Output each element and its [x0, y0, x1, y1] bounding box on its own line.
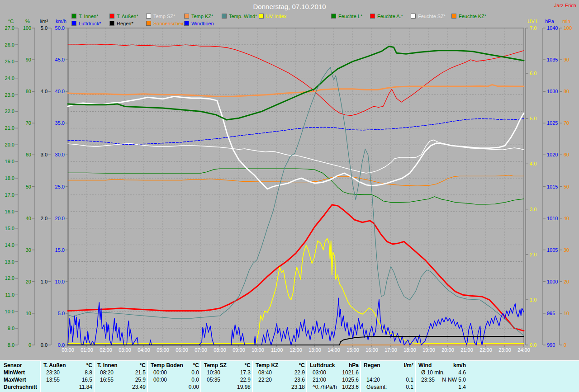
table-cell: 08:40 — [258, 370, 272, 376]
axis-tick-label: 0.0 — [530, 342, 536, 348]
axis-tick-label: 80 — [26, 89, 31, 94]
axis-tick-label: 20.0 — [55, 216, 65, 221]
axis-tick-label: 60 — [26, 152, 31, 157]
table-group-luftdruck: LuftdruckhPa03:001021.621:001025.6^0.7hP… — [306, 361, 361, 392]
table-cell: 22:20 — [258, 377, 272, 383]
table-cell: 1025.6 — [342, 377, 359, 383]
x-tick-label: 05:00 — [157, 347, 169, 353]
axis-tick-label: 0 — [564, 342, 566, 348]
axis-tick-label: 90 — [26, 57, 31, 62]
axis-tick-label: 13.0 — [5, 259, 14, 264]
table-cell: Ø 10 min. — [421, 370, 445, 376]
x-tick-label: 11:00 — [271, 347, 283, 353]
axis-unit-label: % — [25, 19, 30, 24]
axis-unit-label: km/h — [56, 19, 66, 24]
table-cell: Wind — [418, 363, 432, 368]
axis-tick-label: 2.0 — [530, 252, 536, 257]
axis-tick-label: 24.0 — [5, 76, 14, 81]
table-cell: 1.4 — [458, 384, 466, 390]
axis-tick-label: 10 — [564, 311, 569, 316]
axis-tick-label: 50 — [26, 184, 31, 189]
axis-tick-label: 2.0 — [41, 216, 47, 221]
axis-unit-label: l/m² — [40, 19, 48, 24]
table-cell: 0.0 — [191, 377, 199, 383]
table-cell: 11.84 — [79, 384, 92, 390]
axis-tick-label: 20 — [564, 279, 569, 284]
x-tick-label: 15:00 — [346, 347, 359, 353]
axis-tick-label: 23.0 — [5, 92, 14, 98]
axis-tick-label: 0.0 — [41, 342, 47, 348]
axis-tick-label: 12.0 — [5, 275, 14, 281]
axis-tick-label: 8.0 — [8, 342, 14, 348]
axis-tick-label: 1035 — [547, 57, 558, 62]
table-cell: 22.9 — [240, 377, 251, 383]
table-cell: N-NW 5.0 — [442, 377, 466, 383]
table-cell: Temp Boden — [151, 363, 183, 368]
axis-tick-label: 0 — [28, 342, 31, 348]
axis-tick-label: 40.0 — [55, 89, 65, 94]
x-tick-label: 23:00 — [498, 347, 511, 353]
table-cell: 23.49 — [132, 384, 146, 390]
x-tick-label: 24:00 — [517, 347, 530, 353]
table-cell: Regen — [364, 363, 380, 368]
table-group-regen: Regenl/m²14:200.1Gesamt:0.1 — [360, 361, 416, 392]
x-tick-label: 07:00 — [195, 347, 207, 353]
table-cell: Temp SZ — [204, 363, 227, 368]
table-cell: 1021.6 — [342, 370, 359, 376]
axis-tick-label: 20 — [26, 279, 31, 284]
table-cell: 21.5 — [135, 370, 146, 376]
axis-tick-label: 40 — [564, 216, 569, 221]
axis-tick-label: 15.0 — [55, 247, 65, 253]
table-cell: 00:00 — [153, 377, 167, 383]
table-group-temp-sz: Temp SZ°C10:3017.305:3522.919.98 — [200, 361, 253, 392]
table-cell: 17.3 — [240, 370, 251, 376]
table-cell: 10:30 — [207, 370, 220, 376]
axis-tick-label: 4.0 — [530, 161, 536, 166]
table-cell: hPa — [349, 363, 359, 368]
table-row-label: Durchschnitt — [4, 384, 37, 390]
axis-tick-label: 90 — [564, 57, 569, 62]
table-cell: 16:55 — [100, 377, 114, 383]
table-cell: °C — [140, 363, 146, 368]
table-cell: 13:55 — [46, 377, 60, 383]
table-cell: 19.98 — [237, 384, 251, 390]
table-cell: 05:35 — [207, 377, 220, 383]
axis-tick-label: 20.0 — [5, 142, 14, 147]
axis-tick-label: 10.0 — [55, 279, 65, 284]
axis-tick-label: 100 — [23, 25, 31, 31]
x-tick-label: 00:00 — [62, 347, 74, 353]
table-cell: 08:20 — [100, 370, 114, 376]
axis-tick-label: 21.0 — [5, 125, 14, 131]
axis-tick-label: 1030 — [547, 89, 558, 94]
table-cell: °C — [193, 363, 199, 368]
table-cell: 0.1 — [406, 377, 413, 383]
axis-tick-label: 18.0 — [5, 175, 14, 181]
table-cell: Gesamt: — [366, 384, 387, 390]
axis-tick-label: 5.0 — [41, 25, 47, 31]
table-cell: 0.1 — [406, 384, 413, 390]
axis-tick-label: 80 — [564, 89, 569, 94]
table-row-label: MinWert — [4, 370, 25, 376]
x-tick-label: 03:00 — [119, 347, 131, 353]
axis-tick-label: 3.0 — [41, 152, 47, 157]
axis-tick-label: 1010 — [547, 216, 558, 221]
axis-tick-label: 11.0 — [5, 292, 14, 298]
axis-tick-label: 1.0 — [41, 279, 47, 284]
axis-tick-label: 995 — [547, 311, 555, 316]
x-tick-label: 06:00 — [176, 347, 188, 353]
axis-tick-label: 10.0 — [5, 309, 14, 314]
table-cell: 23:30 — [46, 370, 60, 376]
table-cell: ^0.7hPa/h — [313, 384, 337, 390]
table-cell: 4.6 — [458, 370, 466, 376]
x-tick-label: 10:00 — [252, 347, 264, 353]
axis-tick-label: 16.0 — [5, 209, 14, 214]
axis-tick-label: 4.0 — [41, 89, 47, 94]
x-tick-label: 08:00 — [214, 347, 226, 353]
x-tick-label: 18:00 — [403, 347, 416, 353]
axis-tick-label: 30 — [564, 247, 569, 253]
axis-tick-label: 100 — [564, 25, 572, 31]
axis-tick-label: 5.0 — [58, 311, 65, 316]
table-cell: Luftdruck — [310, 363, 335, 368]
table-group-wind: Windkm/hØ 10 min.4.623:35N-NW 5.01.4 — [415, 361, 468, 392]
axis-tick-label: 1.0 — [530, 297, 536, 302]
